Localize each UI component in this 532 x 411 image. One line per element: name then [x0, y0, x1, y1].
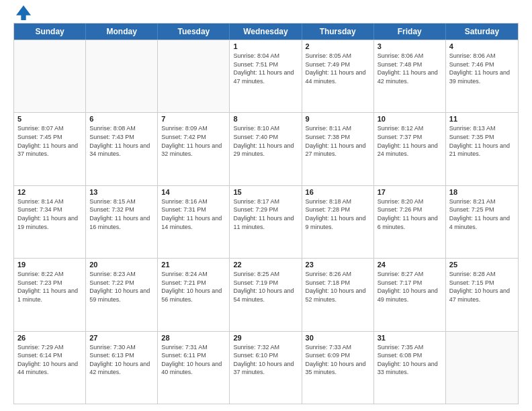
calendar-cell: [446, 332, 518, 404]
calendar-cell: 22Sunrise: 8:25 AM Sunset: 7:19 PM Dayli…: [230, 259, 302, 330]
calendar-cell: 24Sunrise: 8:27 AM Sunset: 7:17 PM Dayli…: [374, 259, 446, 330]
calendar-cell: 27Sunrise: 7:30 AM Sunset: 6:13 PM Dayli…: [86, 332, 158, 404]
day-info: Sunrise: 8:12 AM Sunset: 7:37 PM Dayligh…: [378, 124, 442, 158]
calendar-cell: 8Sunrise: 8:10 AM Sunset: 7:40 PM Daylig…: [230, 113, 302, 185]
day-info: Sunrise: 8:05 AM Sunset: 7:49 PM Dayligh…: [306, 52, 370, 85]
calendar-cell: 15Sunrise: 8:17 AM Sunset: 7:29 PM Dayli…: [230, 186, 302, 258]
day-info: Sunrise: 8:27 AM Sunset: 7:17 PM Dayligh…: [378, 270, 442, 304]
day-info: Sunrise: 8:22 AM Sunset: 7:23 PM Dayligh…: [17, 270, 82, 304]
day-info: Sunrise: 8:17 AM Sunset: 7:29 PM Dayligh…: [233, 197, 298, 231]
day-info: Sunrise: 8:26 AM Sunset: 7:18 PM Dayligh…: [306, 270, 370, 304]
day-number: 7: [161, 115, 226, 123]
day-info: Sunrise: 8:16 AM Sunset: 7:31 PM Dayligh…: [161, 197, 226, 231]
day-number: 1: [233, 42, 298, 50]
day-number: 4: [449, 42, 515, 50]
calendar-body: 1Sunrise: 8:04 AM Sunset: 7:51 PM Daylig…: [14, 40, 518, 404]
day-number: 14: [161, 188, 226, 196]
day-number: 3: [378, 42, 442, 50]
day-number: 16: [306, 188, 370, 196]
calendar-cell: 30Sunrise: 7:33 AM Sunset: 6:09 PM Dayli…: [302, 332, 374, 404]
day-info: Sunrise: 7:33 AM Sunset: 6:09 PM Dayligh…: [306, 343, 370, 377]
day-number: 10: [378, 115, 442, 123]
calendar-cell: 20Sunrise: 8:23 AM Sunset: 7:22 PM Dayli…: [86, 259, 158, 330]
day-number: 20: [89, 261, 154, 269]
calendar-cell: 21Sunrise: 8:24 AM Sunset: 7:21 PM Dayli…: [158, 259, 230, 330]
calendar-cell: 16Sunrise: 8:18 AM Sunset: 7:28 PM Dayli…: [302, 186, 374, 258]
calendar-cell: 14Sunrise: 8:16 AM Sunset: 7:31 PM Dayli…: [158, 186, 230, 258]
calendar-row: 12Sunrise: 8:14 AM Sunset: 7:34 PM Dayli…: [14, 185, 518, 258]
day-number: 22: [233, 261, 298, 269]
day-info: Sunrise: 8:25 AM Sunset: 7:19 PM Dayligh…: [233, 270, 298, 304]
calendar-cell: 5Sunrise: 8:07 AM Sunset: 7:45 PM Daylig…: [14, 113, 86, 185]
calendar-row: 26Sunrise: 7:29 AM Sunset: 6:14 PM Dayli…: [14, 331, 518, 404]
calendar-cell: 25Sunrise: 8:28 AM Sunset: 7:15 PM Dayli…: [446, 259, 518, 330]
header-day-wednesday: Wednesday: [230, 24, 302, 40]
day-info: Sunrise: 8:04 AM Sunset: 7:51 PM Dayligh…: [233, 52, 298, 85]
day-info: Sunrise: 8:23 AM Sunset: 7:22 PM Dayligh…: [89, 270, 154, 304]
calendar-row: 19Sunrise: 8:22 AM Sunset: 7:23 PM Dayli…: [14, 258, 518, 330]
day-info: Sunrise: 7:32 AM Sunset: 6:10 PM Dayligh…: [233, 343, 298, 377]
calendar-cell: [14, 40, 86, 112]
calendar-cell: 7Sunrise: 8:09 AM Sunset: 7:42 PM Daylig…: [158, 113, 230, 185]
day-number: 11: [449, 115, 515, 123]
calendar-cell: 4Sunrise: 8:06 AM Sunset: 7:46 PM Daylig…: [446, 40, 518, 112]
calendar-cell: 17Sunrise: 8:20 AM Sunset: 7:26 PM Dayli…: [374, 186, 446, 258]
header-day-tuesday: Tuesday: [158, 24, 230, 40]
calendar-cell: [86, 40, 158, 112]
day-info: Sunrise: 8:11 AM Sunset: 7:38 PM Dayligh…: [306, 124, 370, 158]
day-number: 6: [89, 115, 154, 123]
day-info: Sunrise: 7:29 AM Sunset: 6:14 PM Dayligh…: [17, 343, 82, 377]
header-day-saturday: Saturday: [446, 24, 518, 40]
header-day-sunday: Sunday: [14, 24, 86, 40]
calendar-cell: 29Sunrise: 7:32 AM Sunset: 6:10 PM Dayli…: [230, 332, 302, 404]
day-info: Sunrise: 7:31 AM Sunset: 6:11 PM Dayligh…: [161, 343, 226, 377]
day-number: 26: [17, 334, 82, 342]
calendar-row: 1Sunrise: 8:04 AM Sunset: 7:51 PM Daylig…: [14, 40, 518, 112]
day-info: Sunrise: 8:14 AM Sunset: 7:34 PM Dayligh…: [17, 197, 82, 231]
day-info: Sunrise: 8:20 AM Sunset: 7:26 PM Dayligh…: [378, 197, 442, 231]
day-number: 28: [161, 334, 226, 342]
calendar-header: SundayMondayTuesdayWednesdayThursdayFrid…: [14, 24, 518, 40]
day-number: 30: [306, 334, 370, 342]
page: SundayMondayTuesdayWednesdayThursdayFrid…: [0, 0, 532, 411]
header-day-thursday: Thursday: [302, 24, 374, 40]
day-number: 31: [378, 334, 442, 342]
day-info: Sunrise: 8:24 AM Sunset: 7:21 PM Dayligh…: [161, 270, 226, 304]
day-number: 18: [449, 188, 515, 196]
day-number: 9: [306, 115, 370, 123]
day-info: Sunrise: 8:09 AM Sunset: 7:42 PM Dayligh…: [161, 124, 226, 158]
day-number: 27: [89, 334, 154, 342]
day-number: 23: [306, 261, 370, 269]
day-number: 13: [89, 188, 154, 196]
day-info: Sunrise: 8:07 AM Sunset: 7:45 PM Dayligh…: [17, 124, 82, 158]
calendar-cell: [158, 40, 230, 112]
logo-icon: [16, 5, 31, 20]
calendar-cell: 19Sunrise: 8:22 AM Sunset: 7:23 PM Dayli…: [14, 259, 86, 330]
day-info: Sunrise: 7:30 AM Sunset: 6:13 PM Dayligh…: [89, 343, 154, 377]
day-info: Sunrise: 8:28 AM Sunset: 7:15 PM Dayligh…: [449, 270, 515, 304]
day-number: 17: [378, 188, 442, 196]
header: [13, 12, 519, 20]
calendar-cell: 13Sunrise: 8:15 AM Sunset: 7:32 PM Dayli…: [86, 186, 158, 258]
calendar-cell: 28Sunrise: 7:31 AM Sunset: 6:11 PM Dayli…: [158, 332, 230, 404]
calendar-cell: 11Sunrise: 8:13 AM Sunset: 7:35 PM Dayli…: [446, 113, 518, 185]
calendar-cell: 9Sunrise: 8:11 AM Sunset: 7:38 PM Daylig…: [302, 113, 374, 185]
calendar-cell: 10Sunrise: 8:12 AM Sunset: 7:37 PM Dayli…: [374, 113, 446, 185]
calendar-cell: 23Sunrise: 8:26 AM Sunset: 7:18 PM Dayli…: [302, 259, 374, 330]
day-info: Sunrise: 8:15 AM Sunset: 7:32 PM Dayligh…: [89, 197, 154, 231]
calendar-cell: 26Sunrise: 7:29 AM Sunset: 6:14 PM Dayli…: [14, 332, 86, 404]
calendar-cell: 12Sunrise: 8:14 AM Sunset: 7:34 PM Dayli…: [14, 186, 86, 258]
calendar-cell: 6Sunrise: 8:08 AM Sunset: 7:43 PM Daylig…: [86, 113, 158, 185]
calendar: SundayMondayTuesdayWednesdayThursdayFrid…: [13, 23, 519, 404]
day-number: 24: [378, 261, 442, 269]
header-day-friday: Friday: [374, 24, 446, 40]
day-number: 8: [233, 115, 298, 123]
day-info: Sunrise: 8:21 AM Sunset: 7:25 PM Dayligh…: [449, 197, 515, 231]
day-number: 2: [306, 42, 370, 50]
day-info: Sunrise: 8:10 AM Sunset: 7:40 PM Dayligh…: [233, 124, 298, 158]
day-number: 21: [161, 261, 226, 269]
day-info: Sunrise: 7:35 AM Sunset: 6:08 PM Dayligh…: [378, 343, 442, 377]
day-info: Sunrise: 8:13 AM Sunset: 7:35 PM Dayligh…: [449, 124, 515, 158]
day-number: 19: [17, 261, 82, 269]
day-info: Sunrise: 8:06 AM Sunset: 7:48 PM Dayligh…: [378, 52, 442, 85]
